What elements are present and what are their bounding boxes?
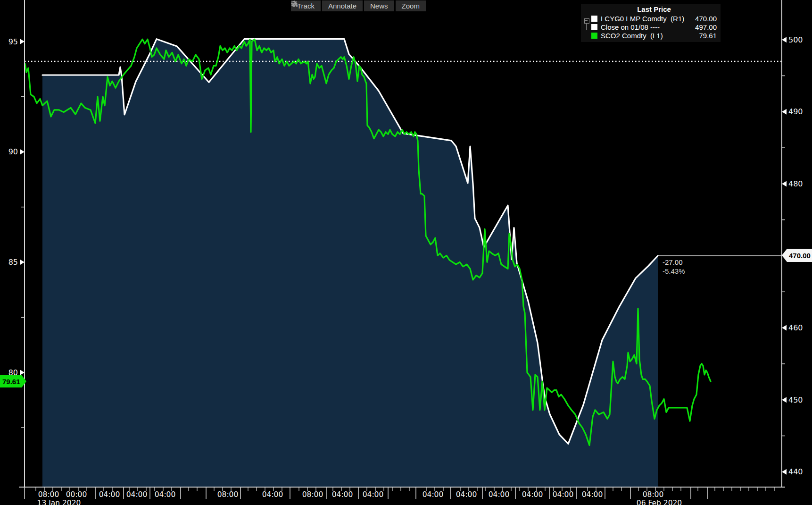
news-button-label: News — [370, 2, 388, 10]
zoom-button-label: Zoom — [402, 2, 420, 10]
terminal-chart-window: 9590858050049048046045044008:0000:0004:0… — [0, 0, 812, 505]
chart-toolbar: Track Annotate News Zoom — [291, 0, 426, 11]
white-series-swatch — [591, 16, 597, 22]
x-axis-time-label: 04:00 — [553, 490, 574, 499]
x-axis-time-label: 04:00 — [126, 490, 148, 499]
axis-tick-label: 460 — [788, 323, 803, 332]
left-axis-last-price-badge: 79.61 — [0, 375, 22, 387]
legend-value: 79.61 — [699, 32, 717, 40]
net-change-label: -27.00 — [663, 258, 685, 267]
x-axis-time-label: 04:00 — [489, 490, 510, 499]
right-axis-tick-arrow — [782, 181, 787, 186]
x-axis-time-label: 04:00 — [456, 490, 477, 499]
right-axis-tick-arrow — [782, 37, 787, 42]
legend-tree-toggle-icon[interactable] — [584, 18, 589, 24]
axis-tick-label: 450 — [788, 396, 803, 404]
right-axis-last-price-badge: 470.00 — [787, 249, 812, 262]
right-axis-tick-arrow — [782, 469, 787, 475]
left-axis-tick-arrow — [20, 39, 25, 44]
x-axis-date-label: 13 Jan 2020 — [37, 499, 81, 505]
legend-tree-connector — [586, 24, 589, 30]
right-axis-tick-arrow — [782, 109, 787, 115]
axis-tick-label: 480 — [788, 179, 803, 188]
annotate-button-label: Annotate — [328, 2, 356, 10]
close-line-swatch — [591, 24, 597, 30]
axis-tick-label: 440 — [788, 467, 803, 476]
annotate-button[interactable]: Annotate — [322, 0, 363, 11]
x-axis-time-label: 04:00 — [332, 490, 353, 499]
legend-value: 470.00 — [695, 15, 717, 23]
x-axis-time-label: 04:00 — [99, 490, 120, 499]
legend-row-sco2[interactable]: SCO2 Comdty (L1) 79.61 — [591, 32, 717, 40]
x-axis-time-label: 04:00 — [522, 490, 543, 499]
x-axis-time-label: 04:00 — [582, 490, 603, 499]
track-button-label: Track — [297, 2, 315, 10]
x-axis-time-label: 04:00 — [262, 490, 283, 499]
legend-label: LCYG0 LMP Comdty (R1) — [601, 15, 695, 23]
x-axis-time-label: 04:00 — [363, 490, 384, 499]
zoom-icon — [291, 0, 298, 7]
axis-tick-label: 500 — [788, 35, 803, 44]
x-axis-date-label: 06 Feb 2020 — [637, 499, 682, 505]
green-series-swatch — [591, 33, 597, 39]
x-axis-time-label: 08:00 — [643, 490, 664, 499]
legend-row-lcyg0[interactable]: LCYG0 LMP Comdty (R1) 470.00 — [591, 15, 717, 23]
left-axis-tick-arrow — [20, 260, 25, 265]
legend-label: Close on 01/08 ---- — [601, 23, 695, 31]
axis-tick-label: 85 — [8, 258, 18, 267]
pct-change-label: -5.43% — [663, 267, 685, 276]
zoom-button[interactable]: Zoom — [396, 0, 426, 11]
right-axis-tick-arrow — [782, 325, 787, 331]
x-axis-time-label: 04:00 — [155, 490, 176, 499]
x-axis-time-label: 08:00 — [38, 490, 59, 499]
change-annotation: -27.00 -5.43% — [663, 258, 685, 276]
legend-row-close[interactable]: Close on 01/08 ---- 497.00 — [591, 23, 717, 31]
axis-tick-label: 95 — [8, 37, 18, 46]
left-axis-tick-arrow — [20, 370, 25, 375]
x-axis-time-label: 00:00 — [66, 490, 87, 499]
chart-legend: Last Price LCYG0 LMP Comdty (R1) 470.00 … — [581, 4, 721, 42]
white-series-area-fill — [42, 39, 658, 487]
axis-tick-label: 490 — [788, 107, 803, 116]
right-axis-tick-arrow — [782, 397, 787, 403]
news-button[interactable]: News — [364, 0, 394, 11]
legend-label: SCO2 Comdty (L1) — [601, 32, 699, 40]
x-axis-time-label: 08:00 — [302, 490, 323, 499]
price-chart-plot-area[interactable]: 9590858050049048046045044008:0000:0004:0… — [0, 0, 812, 505]
axis-tick-label: 90 — [8, 147, 18, 156]
x-axis-time-label: 08:00 — [217, 490, 239, 499]
legend-value: 497.00 — [695, 23, 717, 31]
x-axis-time-label: 04:00 — [423, 490, 444, 499]
left-axis-tick-arrow — [20, 149, 25, 155]
legend-title: Last Price — [591, 5, 717, 14]
